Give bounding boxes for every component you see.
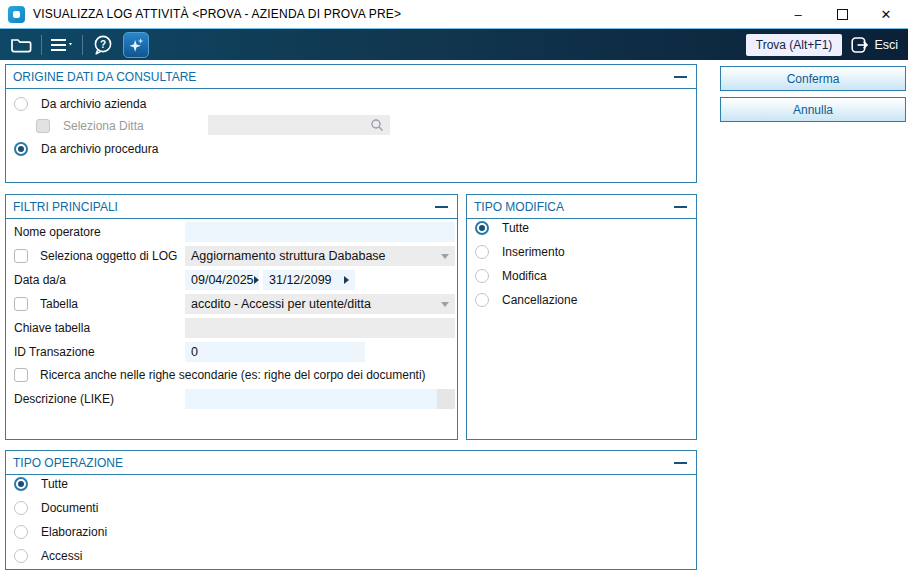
ditta-search-input[interactable] — [208, 115, 390, 135]
chiave-tabella-label: Chiave tabella — [14, 321, 185, 335]
tabella-dropdown[interactable]: accdito - Accessi per utente/ditta — [185, 294, 455, 314]
help-glyph: ? — [100, 39, 106, 50]
row-id-transazione: ID Transazione 0 — [14, 342, 457, 362]
group-tipo-operazione-header: TIPO OPERAZIONE — [6, 451, 696, 475]
radio-tipo-operazione-elaborazioni[interactable]: Elaborazioni — [14, 523, 107, 541]
group-filtri-header: FILTRI PRINCIPALI — [6, 195, 457, 219]
exit-icon — [849, 35, 869, 55]
checkbox-label: Seleziona Ditta — [63, 119, 144, 133]
row-chiave-tabella: Chiave tabella — [14, 318, 457, 338]
radio-label: Tutte — [502, 221, 529, 235]
tabella-value: accdito - Accessi per utente/ditta — [191, 297, 371, 311]
checkbox-seleziona-ditta[interactable]: Seleziona Ditta — [36, 117, 144, 135]
radio-da-archivio-procedura[interactable]: Da archivio procedura — [14, 140, 158, 158]
exit-label: Esci — [874, 38, 898, 52]
data-label: Data da/a — [14, 273, 185, 287]
group-tipo-modifica-title: TIPO MODIFICA — [474, 200, 564, 214]
checkbox-icon — [14, 368, 28, 382]
descrizione-side-button[interactable] — [437, 389, 455, 409]
maximize-icon — [837, 9, 848, 20]
radio-icon-selected — [14, 477, 28, 491]
id-transazione-input[interactable]: 0 — [185, 342, 365, 362]
checkbox-icon — [14, 249, 28, 263]
row-descrizione: Descrizione (LIKE) — [14, 389, 457, 409]
row-righe-secondarie: Ricerca anche nelle righe secondarie (es… — [14, 366, 457, 384]
radio-tipo-modifica-cancellazione[interactable]: Cancellazione — [475, 291, 577, 309]
row-data: Data da/a 09/04/2025 31/12/2099 — [14, 270, 457, 290]
group-origine-header: ORIGINE DATI DA CONSULTARE — [6, 65, 696, 89]
descrizione-label: Descrizione (LIKE) — [14, 392, 185, 406]
group-tipo-modifica-header: TIPO MODIFICA — [467, 195, 696, 219]
group-origine-title: ORIGINE DATI DA CONSULTARE — [13, 70, 196, 84]
radio-tipo-operazione-documenti[interactable]: Documenti — [14, 499, 98, 517]
radio-tipo-modifica-inserimento[interactable]: Inserimento — [475, 243, 565, 261]
checkbox-icon — [36, 119, 50, 133]
radio-label: Da archivio procedura — [41, 142, 158, 156]
collapse-icon[interactable] — [435, 206, 448, 208]
oggetto-log-value: Aggiornamento struttura Dababase — [191, 249, 386, 263]
righe-secondarie-label: Ricerca anche nelle righe secondarie (es… — [40, 368, 426, 382]
toolbar-separator — [41, 35, 42, 55]
confirm-button[interactable]: Conferma — [720, 66, 906, 91]
data-a-value: 31/12/2099 — [269, 273, 332, 287]
chiave-tabella-input[interactable] — [185, 318, 455, 338]
date-picker-arrow-icon[interactable] — [254, 276, 259, 284]
cancel-button[interactable]: Annulla — [720, 97, 906, 122]
radio-icon — [475, 293, 489, 307]
toolbar: ? Trova (Alt+F1) Esci — [0, 28, 908, 60]
close-button[interactable]: ✕ — [864, 0, 908, 28]
radio-icon-selected — [14, 142, 28, 156]
group-filtri-title: FILTRI PRINCIPALI — [13, 200, 118, 214]
radio-label: Modifica — [502, 269, 547, 283]
folder-icon — [10, 36, 32, 54]
radio-tipo-operazione-accessi[interactable]: Accessi — [14, 547, 82, 565]
group-tipo-operazione-title: TIPO OPERAZIONE — [13, 456, 123, 470]
group-filtri-principali: FILTRI PRINCIPALI Nome operatore Selezio… — [5, 194, 458, 440]
open-folder-button[interactable] — [8, 32, 34, 58]
radio-icon — [14, 525, 28, 539]
radio-label: Elaborazioni — [41, 525, 107, 539]
group-filtri-body: Nome operatore Seleziona oggetto di LOG … — [6, 219, 457, 409]
oggetto-log-checkbox[interactable] — [14, 249, 40, 263]
menu-icon — [50, 37, 74, 53]
group-origine-body: Da archivio azienda Seleziona Ditta Da a… — [6, 89, 696, 183]
radio-label: Accessi — [41, 549, 82, 563]
id-transazione-label: ID Transazione — [14, 345, 185, 359]
help-button[interactable]: ? — [90, 32, 116, 58]
minimize-icon: – — [794, 7, 801, 22]
date-picker-arrow-icon[interactable] — [344, 276, 349, 284]
radio-label: Da archivio azienda — [41, 97, 146, 111]
data-a-input[interactable]: 31/12/2099 — [263, 270, 355, 290]
id-transazione-value: 0 — [191, 345, 198, 359]
minimize-button[interactable]: – — [776, 0, 820, 28]
oggetto-log-dropdown[interactable]: Aggiornamento struttura Dababase — [185, 246, 455, 266]
collapse-icon[interactable] — [674, 206, 687, 208]
group-tipo-modifica: TIPO MODIFICA Tutte Inserimento Modifica… — [466, 194, 697, 440]
find-button[interactable]: Trova (Alt+F1) — [746, 34, 843, 56]
tabella-label: Tabella — [40, 297, 185, 311]
radio-tipo-modifica-modifica[interactable]: Modifica — [475, 267, 547, 285]
radio-tipo-operazione-tutte[interactable]: Tutte — [14, 475, 68, 493]
collapse-icon[interactable] — [674, 76, 687, 78]
descrizione-input[interactable] — [185, 389, 437, 409]
group-tipo-operazione-body: Tutte Documenti Elaborazioni Accessi — [6, 475, 696, 570]
data-da-value: 09/04/2025 — [191, 273, 254, 287]
tabella-checkbox[interactable] — [14, 297, 40, 311]
radio-label: Documenti — [41, 501, 98, 515]
radio-icon — [14, 501, 28, 515]
maximize-button[interactable] — [820, 0, 864, 28]
radio-icon — [475, 269, 489, 283]
radio-tipo-modifica-tutte[interactable]: Tutte — [475, 219, 529, 237]
data-da-input[interactable]: 09/04/2025 — [185, 270, 259, 290]
collapse-icon[interactable] — [674, 462, 687, 464]
toolbar-separator — [82, 35, 83, 55]
assistant-button[interactable] — [123, 32, 149, 58]
app-icon-hole — [13, 11, 20, 18]
radio-da-archivio-azienda[interactable]: Da archivio azienda — [14, 95, 146, 113]
app-icon — [8, 6, 25, 23]
exit-button[interactable]: Esci — [849, 35, 900, 55]
menu-button[interactable] — [49, 32, 75, 58]
righe-secondarie-checkbox[interactable] — [14, 368, 40, 382]
radio-label: Cancellazione — [502, 293, 577, 307]
nome-operatore-input[interactable] — [185, 222, 455, 242]
